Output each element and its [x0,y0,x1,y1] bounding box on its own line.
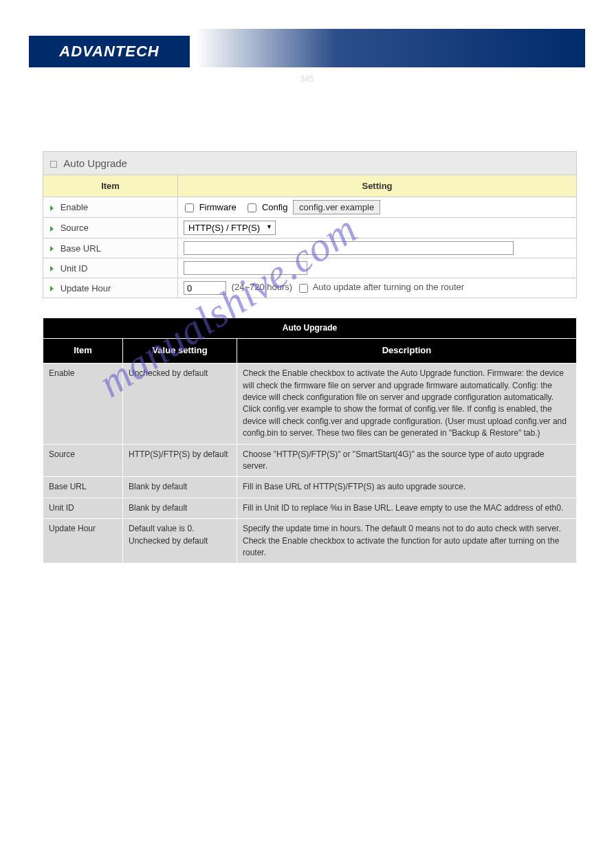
auto-upgrade-panel: Auto Upgrade Item Setting Enable Firmwar… [43,151,577,298]
brand-logo: ADVANTECH [29,36,190,67]
doc-desc: Fill in Base URL of HTTP(S)/FTP(S) as au… [237,477,577,498]
triangle-icon [50,205,54,211]
doc-col-desc-header: Description [237,339,577,364]
auto-update-checkbox[interactable] [299,284,308,293]
doc-desc: Fill in Unit ID to replace %u in Base UR… [237,498,577,518]
page-content: Auto Upgrade Item Setting Enable Firmwar… [43,151,577,564]
firmware-label: Firmware [199,202,237,212]
panel-icon [50,161,57,168]
row-enable-setting: Firmware Config config.ver example [178,197,577,218]
row-updatehour-label-cell: Update Hour [43,278,178,298]
doc-item: Update Hour [43,519,123,564]
doc-value: Default value is 0. Unchecked by default [123,519,237,564]
row-source-setting: HTTP(S) / FTP(S) [178,218,577,238]
row-source-label-cell: Source [43,218,178,238]
panel-title-cell: Auto Upgrade [43,152,577,175]
page-number: 345 [0,74,614,84]
row-updatehour-setting: (24~720 hours) Auto update after turning… [178,278,577,298]
update-hour-input[interactable] [184,281,226,295]
triangle-icon [50,246,54,252]
doc-item: Source [43,444,123,477]
config-checkbox[interactable] [248,203,256,212]
doc-item: Unit ID [43,498,123,518]
brand-logo-text: ADVANTECH [59,43,159,60]
row-baseurl-label: Base URL [61,243,101,254]
doc-col-value-header: Value setting [123,339,237,364]
auto-update-label: Auto update after turning on the router [313,282,464,292]
row-unitid-setting [178,258,577,278]
doc-desc: Check the Enable checkbox to activate th… [237,364,577,444]
doc-value: Unchecked by default [123,364,237,444]
row-baseurl-setting [178,238,577,258]
doc-value: HTTP(S)/FTP(S) by default [123,444,237,477]
row-baseurl-label-cell: Base URL [43,238,178,258]
doc-desc: Specify the update time in hours. The de… [237,519,577,564]
triangle-icon [50,286,54,291]
doc-item: Enable [43,364,123,444]
panel-title: Auto Upgrade [63,157,127,169]
doc-item: Base URL [43,477,123,498]
unit-id-input[interactable] [184,261,307,275]
doc-desc: Choose "HTTP(S)/FTP(S)" or "SmartStart(4… [237,444,577,477]
source-select[interactable]: HTTP(S) / FTP(S) [184,221,276,235]
col-header-setting: Setting [178,175,577,197]
doc-value: Blank by default [123,498,237,518]
doc-table-title: Auto Upgrade [43,318,577,339]
doc-table: Auto Upgrade Item Value setting Descript… [43,318,577,564]
triangle-icon [50,226,54,232]
doc-col-item-header: Item [43,339,123,364]
row-source-label: Source [61,223,89,233]
base-url-input[interactable] [184,241,514,255]
row-unitid-label: Unit ID [61,263,88,274]
update-hour-range: (24~720 hours) [232,282,293,292]
row-updatehour-label: Update Hour [61,283,111,293]
col-header-item: Item [43,175,178,197]
config-label: Config [262,202,288,212]
row-enable-label-cell: Enable [43,197,178,218]
config-example-button[interactable]: config.ver example [293,200,380,214]
doc-value: Blank by default [123,477,237,498]
triangle-icon [50,266,54,271]
row-unitid-label-cell: Unit ID [43,258,178,278]
row-enable-label: Enable [61,202,88,212]
firmware-checkbox[interactable] [185,203,194,212]
